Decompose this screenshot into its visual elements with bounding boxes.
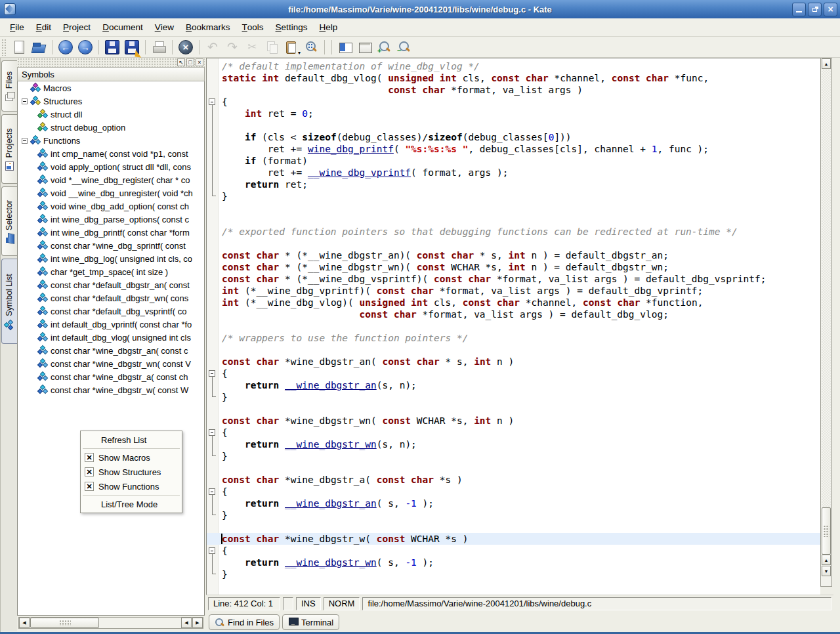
menu-project[interactable]: Project: [57, 18, 96, 36]
horizontal-scroll-thumb[interactable]: [30, 618, 99, 628]
scroll-down-button[interactable]: ▼: [822, 566, 831, 576]
vertical-scroll-thumb[interactable]: [822, 507, 831, 555]
fold-marker-cell[interactable]: [207, 96, 219, 108]
stop-button[interactable]: [177, 38, 195, 56]
fold-marker-cell[interactable]: [207, 545, 219, 557]
tree-item-const-char-wine-dbgstr-a-const-ch[interactable]: const char *wine_dbgstr_a( const ch: [18, 370, 204, 383]
fold-collapse-icon[interactable]: [209, 370, 215, 377]
editor-vertical-scrollbar[interactable]: ▲ ▲ ▼: [820, 58, 832, 587]
tree-item-const-char-default-dbg-vsprintf-co[interactable]: const char *default_dbg_vsprintf( co: [18, 305, 204, 318]
fold-marker-cell[interactable]: [207, 486, 219, 497]
scroll-left-button[interactable]: ◀: [19, 618, 30, 628]
tree-item-const-char-wine-dbgstr-w-const-w[interactable]: const char *wine_dbgstr_w( const W: [18, 383, 204, 396]
code-line: /* default implementation of wine_dbg_vl…: [207, 60, 820, 72]
dock-drag-handle[interactable]: ↖ □ ×: [17, 58, 205, 67]
context-menu-item-show-macros[interactable]: ✕Show Macros: [81, 450, 182, 465]
zoom-in-button[interactable]: +: [375, 38, 394, 56]
tree-item-structures[interactable]: Structures: [18, 95, 204, 108]
tool-tab-terminal[interactable]: Terminal: [282, 614, 339, 630]
scroll-right-button[interactable]: ▶: [192, 618, 203, 628]
close-view-button[interactable]: [356, 38, 374, 56]
tree-item-void-wine-dbg-add-option-const-ch[interactable]: void wine_dbg_add_option( const ch: [18, 200, 204, 213]
open-document-button[interactable]: [30, 38, 48, 56]
dock-close-button[interactable]: ×: [196, 58, 203, 66]
restore-button[interactable]: [808, 3, 822, 16]
fold-collapse-icon[interactable]: [209, 98, 215, 105]
collapse-expander-icon[interactable]: [22, 138, 28, 144]
tool-tab-find-in-files[interactable]: Find in Files: [209, 614, 280, 630]
checkbox-checked-icon[interactable]: ✕: [85, 482, 94, 491]
tree-item-struct-debug-option[interactable]: struct debug_option: [18, 121, 204, 134]
menu-settings[interactable]: Settings: [270, 18, 314, 36]
status-bar: Line: 412 Col: 1 INS NORM file:/home/Mas…: [206, 595, 833, 612]
scroll-left-button-2[interactable]: ◀: [181, 618, 192, 628]
sidebar-tab-projects[interactable]: Projects: [1, 114, 17, 184]
struct-icon: [37, 123, 48, 132]
toolbar-drag-handle[interactable]: [1, 39, 7, 56]
tree-item-const-char-wine-dbgstr-an-const-c[interactable]: const char *wine_dbgstr_an( const c: [18, 344, 204, 357]
menu-tools[interactable]: Tools: [236, 18, 270, 36]
tree-item-void-wine-dbg-unregister-void-ch[interactable]: void __wine_dbg_unregister( void *ch: [18, 186, 204, 200]
title-bar[interactable]: file:/home/Massimo/Varie/wine-20041201/l…: [0, 0, 840, 18]
menu-edit[interactable]: Edit: [30, 18, 57, 36]
new-document-button[interactable]: [10, 38, 28, 56]
back-button[interactable]: [56, 38, 75, 56]
tree-item-const-char-default-dbgstr-wn-cons[interactable]: const char *default_dbgstr_wn( cons: [18, 291, 204, 305]
menu-document[interactable]: Document: [96, 18, 149, 36]
symbols-horizontal-scrollbar[interactable]: ◀ ◀ ▶: [18, 617, 203, 629]
menu-help[interactable]: Help: [313, 18, 343, 36]
fold-end-mark: [212, 391, 216, 397]
scroll-up-button[interactable]: ▲: [822, 58, 831, 69]
find-button[interactable]: [302, 38, 320, 56]
tree-item-int-default-dbg-vprintf-const-char-fo[interactable]: int default_dbg_vprintf( const char *fo: [18, 318, 204, 331]
fold-marker-cell[interactable]: [207, 427, 219, 438]
fold-collapse-icon[interactable]: [209, 488, 215, 495]
tree-item-int-wine-dbg-printf-const-char-form[interactable]: int wine_dbg_printf( const char *form: [18, 226, 204, 239]
save-button[interactable]: [103, 38, 121, 56]
dock-restore-button[interactable]: ↖: [177, 58, 185, 66]
sidebar-tab-files[interactable]: Files: [1, 60, 17, 112]
scroll-up-button-2[interactable]: ▲: [822, 555, 831, 565]
minimize-button[interactable]: [792, 3, 806, 16]
collapse-expander-icon[interactable]: [22, 98, 28, 104]
dock-maximize-button[interactable]: □: [186, 58, 194, 66]
tree-item-char-get-tmp-space-int-size[interactable]: char *get_tmp_space( int size ): [18, 265, 204, 278]
tree-item-int-wine-dbg-log-unsigned-int-cls-co[interactable]: int wine_dbg_log( unsigned int cls, co: [18, 252, 204, 265]
tree-item-void-wine-dbg-register-char-co[interactable]: void *__wine_dbg_register( char * co: [18, 173, 204, 186]
tree-item-macros[interactable]: Macros: [18, 81, 204, 95]
menu-file[interactable]: File: [4, 18, 30, 36]
context-menu-item-show-functions[interactable]: ✕Show Functions: [81, 479, 182, 494]
symbols-tree[interactable]: MacrosStructuresstruct dllstruct debug_o…: [17, 81, 205, 616]
paste-button[interactable]: ▾: [282, 38, 301, 56]
text-editor-view[interactable]: /* default implementation of wine_dbg_vl…: [206, 58, 820, 595]
save-as-button[interactable]: [123, 38, 141, 56]
close-button[interactable]: ×: [824, 3, 837, 16]
fold-collapse-icon[interactable]: [209, 429, 215, 436]
tree-item-const-char-default-dbgstr-an-const[interactable]: const char *default_dbgstr_an( const: [18, 278, 204, 291]
tree-item-const-char-wine-dbg-sprintf-const[interactable]: const char *wine_dbg_sprintf( const: [18, 239, 204, 252]
menu-bookmarks[interactable]: Bookmarks: [180, 18, 236, 36]
forward-button[interactable]: [76, 38, 94, 56]
context-menu-item-refresh-list[interactable]: Refresh List: [81, 433, 182, 447]
tree-item-int-cmp-name-const-void-p1-const[interactable]: int cmp_name( const void *p1, const: [18, 147, 204, 160]
sidebar-tab-selector[interactable]: Selector: [1, 186, 17, 256]
vertical-scroll-track[interactable]: [822, 70, 831, 554]
fold-marker-cell[interactable]: [207, 368, 219, 379]
zoom-out-button[interactable]: −: [395, 38, 413, 56]
tree-item-functions[interactable]: Functions: [18, 134, 204, 147]
tree-item-struct-dll[interactable]: struct dll: [18, 108, 204, 121]
checkbox-checked-icon[interactable]: ✕: [85, 453, 94, 462]
code-area[interactable]: /* default implementation of wine_dbg_vl…: [207, 60, 820, 580]
split-view-button[interactable]: [336, 38, 354, 56]
context-menu-item-show-structures[interactable]: ✕Show Structures: [81, 465, 182, 479]
tree-item-const-char-wine-dbgstr-wn-const-v[interactable]: const char *wine_dbgstr_wn( const V: [18, 357, 204, 370]
checkbox-checked-icon[interactable]: ✕: [85, 467, 94, 476]
print-button[interactable]: [150, 38, 168, 56]
tree-item-int-default-dbg-vlog-unsigned-int-cls[interactable]: int default_dbg_vlog( unsigned int cls: [18, 331, 204, 344]
tree-item-int-wine-dbg-parse-options-const-c[interactable]: int wine_dbg_parse_options( const c: [18, 213, 204, 226]
sidebar-tab-symbol-list[interactable]: Symbol List: [1, 259, 17, 344]
menu-view[interactable]: View: [149, 18, 180, 36]
fold-collapse-icon[interactable]: [209, 547, 215, 554]
context-menu-item-list-tree-mode[interactable]: List/Tree Mode: [81, 497, 182, 511]
tree-item-void-apply-option-struct-dll-dll-cons[interactable]: void apply_option( struct dll *dll, cons: [18, 160, 204, 173]
